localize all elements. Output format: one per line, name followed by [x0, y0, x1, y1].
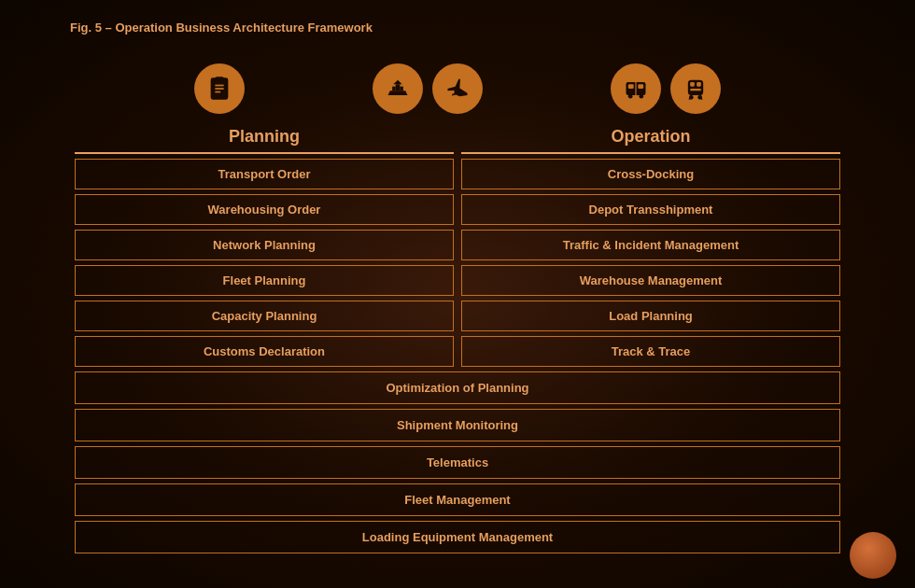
icons-row: [0, 63, 915, 114]
row-3: Network Planning Traffic & Incident Mana…: [75, 230, 840, 260]
logistics-icon-group: [611, 63, 721, 114]
ship-icon: [373, 63, 423, 114]
row-4: Fleet Planning Warehouse Management: [75, 265, 840, 296]
warehousing-order-cell: Warehousing Order: [75, 194, 454, 225]
section-headers: Planning Operation: [75, 127, 840, 154]
row-2: Warehousing Order Depot Transshipment: [75, 194, 840, 225]
plane-icon: [432, 63, 483, 114]
svg-rect-12: [638, 84, 643, 89]
svg-rect-17: [690, 82, 695, 87]
svg-rect-8: [392, 87, 396, 91]
svg-rect-19: [690, 89, 701, 91]
train-icon: [670, 63, 721, 114]
customs-declaration-cell: Customs Declaration: [75, 336, 454, 367]
svg-rect-7: [396, 84, 401, 91]
telematics-row: Telematics: [75, 446, 840, 479]
svg-rect-16: [687, 80, 702, 95]
svg-point-13: [627, 94, 632, 99]
figure-title: Fig. 5 – Operation Business Architecture…: [70, 21, 373, 35]
optimization-row: Optimization of Planning: [75, 371, 840, 404]
clipboard-icon: [194, 63, 245, 114]
planning-icon-group: [194, 63, 245, 114]
svg-point-14: [639, 94, 643, 99]
transport-order-cell: Transport Order: [75, 159, 454, 189]
cross-docking-cell: Cross-Docking: [461, 159, 840, 189]
decorative-circle: [850, 532, 896, 579]
planning-header: Planning: [75, 127, 454, 154]
depot-transshipment-cell: Depot Transshipment: [461, 194, 840, 225]
row-6: Customs Declaration Track & Trace: [75, 336, 840, 367]
fleet-management-row: Fleet Management: [75, 483, 840, 516]
warehouse-management-cell: Warehouse Management: [461, 265, 840, 296]
svg-rect-11: [627, 84, 633, 89]
main-grid: Transport Order Cross-Docking Warehousin…: [75, 159, 840, 558]
network-planning-cell: Network Planning: [75, 230, 454, 260]
svg-rect-3: [216, 77, 224, 81]
loading-equipment-row: Loading Equipment Management: [75, 521, 840, 553]
row-1: Transport Order Cross-Docking: [75, 159, 840, 189]
transport-icon-group: [373, 63, 483, 114]
load-planning-cell: Load Planning: [461, 301, 840, 331]
capacity-planning-cell: Capacity Planning: [75, 301, 454, 331]
operation-header: Operation: [461, 127, 840, 154]
svg-rect-18: [697, 82, 701, 87]
row-5: Capacity Planning Load Planning: [75, 301, 840, 331]
traffic-incident-cell: Traffic & Incident Management: [461, 230, 840, 260]
fleet-planning-cell: Fleet Planning: [75, 265, 454, 296]
shipment-monitoring-row: Shipment Monitoring: [75, 409, 840, 441]
svg-rect-9: [400, 87, 403, 91]
bus-icon: [611, 63, 661, 114]
track-trace-cell: Track & Trace: [461, 336, 840, 367]
